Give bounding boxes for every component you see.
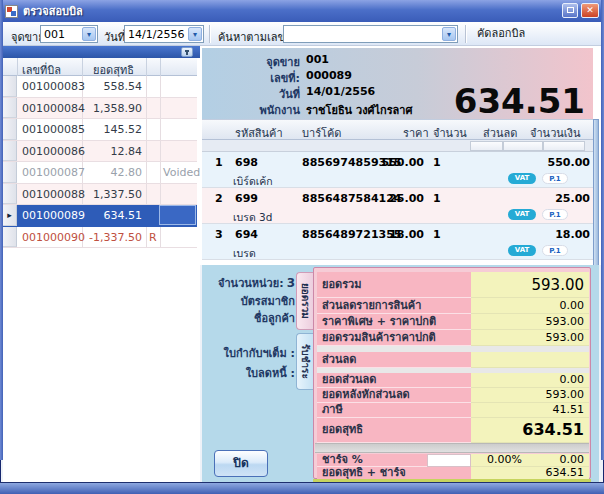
price-level-badge: P.1 — [542, 209, 568, 220]
table-row[interactable]: 001000084 1,358.90 — [3, 98, 197, 120]
pos-select[interactable]: 001 ▾ — [40, 25, 98, 43]
dropdown-arrow-icon[interactable]: ▾ — [442, 27, 456, 41]
info-staff-value: ราชโยธิน วงศ์ไกรลาศ — [306, 101, 413, 119]
bill-total-cell: 145.52 — [83, 123, 142, 136]
table-row-selected[interactable]: ▸ 001000089 634.51 — [3, 205, 197, 227]
summary-section: จำนวนหน่วย:3 บัตรสมาชิก ชื่อลูกค้า ใบกำก… — [202, 265, 599, 482]
total-label: ส่วนลด — [317, 352, 471, 368]
price-level-badge: P.1 — [542, 173, 568, 184]
bill-note-cell: Voided — [163, 166, 200, 179]
item-qty: 1 — [433, 228, 441, 241]
date-select[interactable]: 14/1/2556 ▾ — [124, 25, 204, 43]
toolbar-separator — [465, 25, 466, 43]
bill-number-cell: 001000087 — [22, 166, 85, 179]
total-label: ยอดรวม — [317, 272, 471, 298]
table-row[interactable]: 001000083 558.54 — [3, 76, 197, 98]
dropdown-arrow-icon[interactable]: ▾ — [188, 27, 202, 41]
app-icon — [5, 5, 18, 18]
pin-icon — [186, 50, 188, 55]
totals-panel: ยอดรวม 593.00 ส่วนลดรายการสินค้า 0.00 รา… — [313, 267, 591, 479]
row-header[interactable] — [3, 119, 17, 140]
items-header: รหัสสินค้า บาร์โค้ด ราคา จำนวน ส่วนลด จำ… — [202, 119, 593, 140]
focused-cell[interactable] — [159, 205, 196, 225]
close-window-button[interactable]: ✕ — [581, 3, 599, 18]
bill-number-cell: 001000090 — [22, 231, 85, 244]
row-header[interactable] — [3, 184, 17, 205]
member-card-label: บัตรสมาชิก — [202, 292, 295, 310]
restore-icon — [567, 7, 574, 13]
total-value: 593.00 — [471, 388, 589, 403]
row-header[interactable] — [3, 227, 17, 248]
credit-note-label: ใบลดหนี้ : — [202, 364, 295, 382]
total-label: ภาษี — [317, 403, 471, 418]
table-row[interactable]: 001000086 12.84 — [3, 141, 197, 163]
bill-number-cell: 001000088 — [22, 188, 85, 201]
bill-total-cell: 558.54 — [83, 80, 142, 93]
units-value: 3 — [287, 276, 295, 290]
item-code: 699 — [235, 192, 258, 205]
bill-flag-cell: R — [149, 231, 157, 244]
bill-total-cell: 634.51 — [83, 209, 142, 222]
info-pos-value: 001 — [306, 53, 329, 66]
table-row-voided[interactable]: 001000087 42.80 Voided — [3, 162, 197, 184]
header-separator — [146, 58, 147, 76]
table-row[interactable]: 001000085 145.52 — [3, 119, 197, 141]
row-header[interactable] — [3, 98, 17, 119]
grand-total: 634.51 — [454, 81, 585, 121]
totals-divider — [315, 443, 589, 453]
bill-number-cell: 001000083 — [22, 80, 85, 93]
item-code: 698 — [235, 156, 258, 169]
table-row[interactable]: 001000088 1,337.50 — [3, 184, 197, 206]
total-value — [471, 352, 589, 368]
vat-badge: VAT — [508, 173, 536, 184]
row-header[interactable] — [3, 76, 17, 97]
titlebar[interactable]: ตรวจสอบบิล — [0, 0, 604, 22]
bill-total-cell: 12.84 — [83, 145, 142, 158]
dock-panel-header[interactable] — [3, 46, 200, 58]
header-separator — [82, 58, 83, 76]
vat-badge: VAT — [508, 245, 536, 256]
bill-total-cell: 42.80 — [83, 166, 142, 179]
restore-button[interactable] — [562, 3, 578, 18]
window-title: ตรวจสอบบิล — [23, 2, 83, 20]
item-price: 18.00 — [362, 228, 424, 241]
item-row[interactable]: 2 699 8856487584124 25.00 1 25.00 เบรด 3… — [202, 188, 593, 224]
total-label: ส่วนลดรายการสินค้า — [317, 298, 471, 314]
pin-button[interactable] — [181, 47, 193, 57]
vat-badge: VAT — [508, 209, 536, 220]
bill-info-panel: จุดขาย 001 เลขที่: 000089 วันที่ 14/01/2… — [202, 48, 593, 119]
search-bill-combobox[interactable]: ▾ — [283, 25, 458, 43]
bill-total-cell: -1,337.50 — [83, 231, 142, 244]
date-select-value: 14/1/2556 — [128, 28, 184, 41]
row-header[interactable] — [3, 162, 17, 183]
bill-number-cell: 001000086 — [22, 145, 85, 158]
info-staff-label: พนักงาน — [202, 101, 300, 119]
row-header-selected[interactable]: ▸ — [3, 205, 17, 226]
total-value: 41.51 — [471, 403, 589, 418]
item-amount: 25.00 — [510, 192, 590, 205]
copy-bill-button[interactable]: คัดลอกบิล — [471, 26, 531, 43]
total-value: 0.00 — [471, 373, 589, 388]
customer-name-label: ชื่อลูกค้า — [202, 309, 295, 327]
table-row-refund[interactable]: 001000090 -1,337.50 R — [3, 227, 197, 249]
band-cell — [470, 141, 503, 151]
tab-totals[interactable]: ยอดรวม — [296, 272, 313, 330]
bill-total-cell: 1,337.50 — [83, 188, 142, 201]
row-header[interactable] — [3, 141, 17, 162]
price-level-badge: P.1 — [542, 245, 568, 256]
close-button[interactable]: ปิด — [214, 450, 268, 477]
date-label: วันที่ — [104, 28, 125, 46]
info-no-value: 000089 — [306, 69, 352, 82]
bill-list-panel: เลขที่บิล ยอดสุทธิ 001000083 558.54 0010… — [3, 58, 200, 482]
item-row[interactable]: 1 698 8856974859315 550.00 1 550.00 เบิร… — [202, 152, 593, 188]
window-frame-bottom — [0, 482, 604, 494]
charge-input-cell[interactable] — [427, 454, 471, 467]
item-amount: 550.00 — [510, 156, 590, 169]
item-index: 1 — [215, 156, 223, 169]
net-total-value: 634.51 — [471, 418, 589, 443]
tab-payment[interactable]: รับชำระ — [296, 333, 313, 390]
charge-percent-value: 0.00% — [471, 454, 527, 467]
dropdown-arrow-icon[interactable]: ▾ — [82, 27, 96, 41]
item-row[interactable]: 3 694 8856489721355 18.00 1 18.00 เบรด V… — [202, 224, 593, 260]
item-name: เบรด — [233, 245, 256, 262]
